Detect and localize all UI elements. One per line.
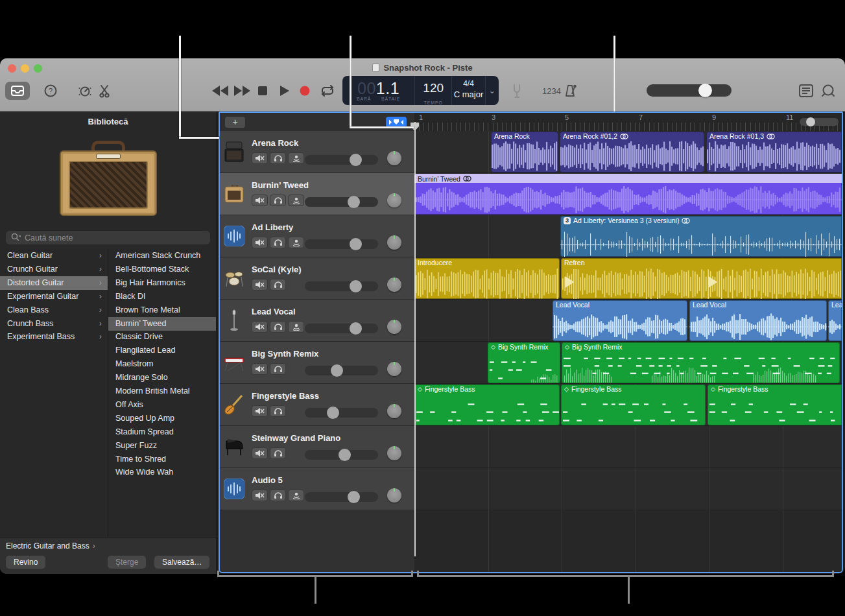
track-pan-knob[interactable] <box>387 193 401 207</box>
library-preset-super-fuzz[interactable]: Super Fuzz <box>108 439 216 453</box>
track-pan-knob[interactable] <box>387 320 401 334</box>
playhead-line[interactable] <box>414 122 416 556</box>
mute-button[interactable] <box>252 321 268 333</box>
track-lane[interactable] <box>414 468 842 510</box>
library-preset-off-axis[interactable]: Off Axis <box>108 398 216 412</box>
mute-button[interactable] <box>252 152 268 164</box>
region-arena-rock-01-3[interactable]: Arena Rock #01,3 <box>706 132 842 172</box>
solo-button[interactable] <box>270 321 286 333</box>
track-volume-slider[interactable] <box>305 492 378 502</box>
track-volume-knob[interactable] <box>331 364 343 377</box>
track-volume-slider[interactable] <box>305 197 378 207</box>
breadcrumb[interactable]: Electric Guitar and Bass› <box>6 541 95 551</box>
region-burnin-tweed[interactable]: Burnin’ Tweed <box>414 174 842 215</box>
track-volume-knob[interactable] <box>327 407 339 419</box>
save-button[interactable]: Salvează… <box>154 556 209 569</box>
library-category-experimental-guitar[interactable]: Experimental Guitar› <box>0 290 108 303</box>
master-volume-knob[interactable] <box>698 84 712 97</box>
mute-button[interactable] <box>252 405 268 417</box>
library-preset-brown-tone-metal[interactable]: Brown Tone Metal <box>108 303 216 317</box>
track-volume-knob[interactable] <box>348 491 360 503</box>
input-monitoring-button[interactable] <box>288 321 304 333</box>
mute-button[interactable] <box>252 490 268 501</box>
empty-lane-area[interactable] <box>414 510 842 573</box>
revert-button[interactable]: Revino <box>6 556 45 569</box>
track-header-steinway-grand-piano[interactable]: Steinway Grand Piano <box>220 426 414 468</box>
track-header-arena-rock[interactable]: Arena Rock <box>220 131 414 173</box>
input-monitoring-button[interactable] <box>288 237 304 248</box>
loop-browser-icon[interactable] <box>821 84 835 101</box>
track-header-big-synth-remix[interactable]: Big Synth Remix <box>220 342 414 384</box>
library-preset-burnin-tweed[interactable]: Burnin’ Tweed <box>108 317 216 331</box>
track-volume-slider[interactable] <box>305 450 378 460</box>
zoom-knob[interactable] <box>806 117 815 126</box>
lcd-chevron-icon[interactable]: ⌄ <box>486 76 499 105</box>
solo-button[interactable] <box>270 363 286 375</box>
track-volume-slider[interactable] <box>305 155 378 165</box>
track-header-fingerstyle-bass[interactable]: Fingerstyle Bass <box>220 384 414 426</box>
region-arena-rock[interactable]: Arena Rock <box>491 132 558 172</box>
library-preset-big-hair-harmonics[interactable]: Big Hair Harmonics <box>108 276 216 290</box>
library-preset-american-stack-crunch[interactable]: American Stack Crunch <box>108 249 216 263</box>
track-header-ad-liberty[interactable]: Ad Liberty <box>220 215 414 257</box>
region-refren[interactable]: Refren <box>561 258 842 299</box>
library-category-crunch-bass[interactable]: Crunch Bass› <box>0 317 108 331</box>
fast-forward-button[interactable] <box>234 86 251 99</box>
library-category-clean-guitar[interactable]: Clean Guitar› <box>0 249 108 263</box>
region-introducere[interactable]: Introducere <box>414 258 560 299</box>
region-lead-vocal[interactable]: Lead Vocal <box>828 300 842 341</box>
region-ad-liberty-versiunea-3-3-versiuni[interactable]: 3Ad Liberty: Versiunea 3 (3 versiuni) <box>560 216 842 257</box>
track-volume-knob[interactable] <box>350 154 362 166</box>
library-preset-time-to-shred[interactable]: Time to Shred <box>108 453 216 466</box>
library-preset-maelstrom[interactable]: Maelstrom <box>108 357 216 371</box>
track-header-audio-5[interactable]: Audio 5 <box>220 468 414 510</box>
region-fingerstyle-bass[interactable]: ◇Fingerstyle Bass <box>414 385 560 425</box>
smart-controls-button[interactable] <box>78 84 92 101</box>
zoom-slider[interactable] <box>800 118 839 126</box>
library-preset-midrange-solo[interactable]: Midrange Solo <box>108 371 216 385</box>
track-volume-knob[interactable] <box>350 322 362 335</box>
add-track-button[interactable]: + <box>225 117 245 128</box>
solo-button[interactable] <box>270 490 286 501</box>
track-volume-knob[interactable] <box>350 280 362 292</box>
solo-button[interactable] <box>270 447 286 459</box>
timeline-ruler[interactable]: 1357911 <box>414 113 842 131</box>
track-volume-slider[interactable] <box>305 366 378 375</box>
solo-button[interactable] <box>270 279 286 290</box>
editors-icon[interactable] <box>799 84 813 100</box>
region-big-synth-remix[interactable]: ◇Big Synth Remix <box>562 342 840 383</box>
region-fingerstyle-bass[interactable]: ◇Fingerstyle Bass <box>708 385 842 425</box>
library-preset-black-di[interactable]: Black DI <box>108 290 216 303</box>
mute-button[interactable] <box>252 237 268 248</box>
mute-button[interactable] <box>252 447 268 459</box>
library-preset-souped-up-amp[interactable]: Souped Up Amp <box>108 412 216 425</box>
track-lane[interactable] <box>414 426 842 468</box>
cut-button[interactable] <box>99 84 112 101</box>
lcd-key-section[interactable]: 4/4 C major <box>452 76 486 105</box>
region-fingerstyle-bass[interactable]: ◇Fingerstyle Bass <box>561 385 706 425</box>
region-big-synth-remix[interactable]: ◇Big Synth Remix <box>488 342 560 383</box>
solo-button[interactable] <box>270 405 286 417</box>
lcd-display[interactable]: 001.1 BARĂ BĂTAIE 120 TEMPO 4/4 C major … <box>342 76 499 105</box>
count-in-button[interactable]: 1234 <box>542 86 561 96</box>
track-pan-knob[interactable] <box>387 278 401 292</box>
input-monitoring-button[interactable] <box>288 195 304 206</box>
track-pan-knob[interactable] <box>387 404 401 418</box>
mute-button[interactable] <box>252 279 268 290</box>
cycle-button[interactable] <box>320 85 335 99</box>
region-lead-vocal[interactable]: Lead Vocal <box>553 300 687 341</box>
solo-button[interactable] <box>270 152 286 164</box>
rewind-button[interactable] <box>212 86 229 99</box>
mute-button[interactable] <box>252 195 268 206</box>
track-volume-slider[interactable] <box>305 408 378 418</box>
lcd-tempo-section[interactable]: 120 TEMPO <box>415 76 452 105</box>
library-preset-bell-bottomed-stack[interactable]: Bell-Bottomed Stack <box>108 263 216 276</box>
delete-button[interactable]: Șterge <box>108 556 146 569</box>
library-category-distorted-guitar[interactable]: Distorted Guitar› <box>0 276 108 290</box>
input-monitoring-button[interactable] <box>288 152 304 164</box>
track-volume-knob[interactable] <box>350 238 362 250</box>
region-arena-rock-01-2[interactable]: Arena Rock #01,2 <box>560 132 704 172</box>
record-button[interactable] <box>300 86 310 99</box>
library-toggle-button[interactable] <box>5 82 30 100</box>
library-search-field[interactable]: Caută sunete <box>6 231 210 244</box>
